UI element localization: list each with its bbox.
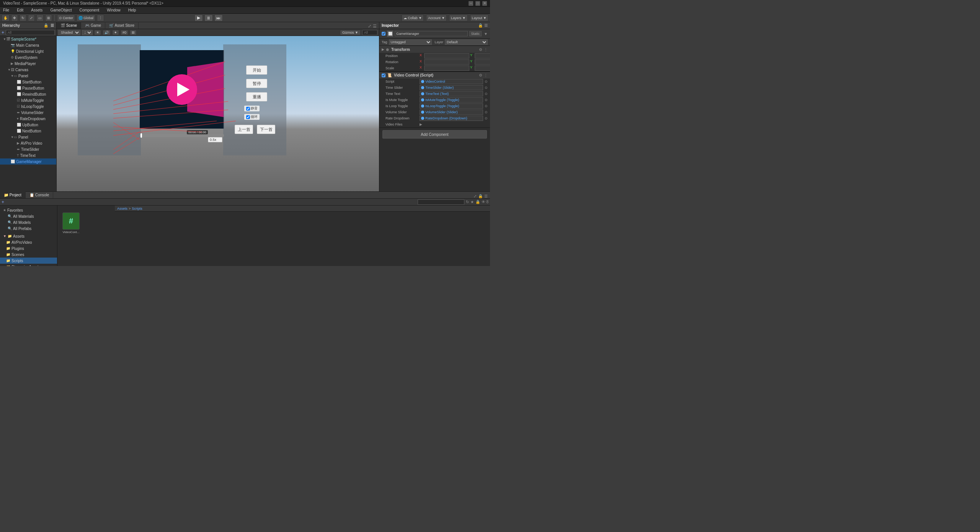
- ismutetoggle-ref[interactable]: IsMuteToggle (Toggle): [420, 97, 483, 103]
- proj-plugins-folder[interactable]: 📁 Plugins: [0, 245, 57, 251]
- hier-item-mediaplayer[interactable]: ▶MediaPlayer: [0, 60, 56, 67]
- pause-button[interactable]: ⏸: [204, 15, 213, 21]
- maximize-button[interactable]: □: [475, 1, 480, 6]
- hier-item-startbutton[interactable]: ⬜StartButton: [0, 79, 56, 85]
- tab-scene[interactable]: 🎬 Scene: [57, 22, 81, 29]
- volumeslider-ref[interactable]: VolumeSlider (Slider): [420, 109, 483, 115]
- hier-item-nextbutton[interactable]: ⬜NextButton: [0, 128, 56, 134]
- mode-dropdown[interactable]: 2D: [82, 30, 93, 35]
- snap-button[interactable]: ⋮: [97, 15, 104, 21]
- tag-select[interactable]: Untagged: [389, 39, 432, 45]
- hierarchy-add-button[interactable]: +: [2, 30, 4, 35]
- hier-item-maincamera[interactable]: 📷Main Camera: [0, 42, 56, 48]
- islooptoggle-ref[interactable]: IsLoopToggle (Toggle): [420, 103, 483, 109]
- hier-item-volumeslider[interactable]: ⬌VolumeSlider: [0, 109, 56, 116]
- hierarchy-lock-icon[interactable]: 🔒: [44, 23, 48, 28]
- position-y[interactable]: 452.2871: [475, 53, 490, 59]
- hier-item-rewindbutton[interactable]: ⬜RewindButton: [0, 91, 56, 97]
- ratedropdown-select-icon[interactable]: ⊙: [485, 116, 488, 120]
- account-button[interactable]: Account ▼: [426, 15, 447, 21]
- position-x[interactable]: 885.6707: [424, 53, 469, 59]
- gameobject-active-checkbox[interactable]: [382, 32, 385, 36]
- inspector-lock-icon[interactable]: 🔒: [478, 23, 483, 28]
- rect-tool[interactable]: ▭: [36, 15, 44, 21]
- asset-videocontrol-script[interactable]: # VideoCont...: [60, 212, 82, 234]
- scene-more-icon[interactable]: ☰: [373, 24, 377, 29]
- hier-item-samplescene[interactable]: ▼ 🎬 SampleScene*: [0, 36, 56, 42]
- scene-fx-btn[interactable]: ✦: [112, 30, 119, 35]
- static-dropdown[interactable]: ▼: [484, 32, 488, 36]
- hier-item-upbutton[interactable]: ⬜UpButton: [0, 122, 56, 128]
- tab-console[interactable]: 📋 Console: [26, 191, 53, 198]
- center-button[interactable]: ⊙ Center: [57, 15, 75, 21]
- hier-item-timeslider[interactable]: ⬌TimeSlider: [0, 146, 56, 152]
- timeslider-ref[interactable]: TimeSlider (Slider): [420, 85, 483, 90]
- bottom-menu-icon[interactable]: ☰: [484, 194, 488, 198]
- rotation-y[interactable]: 0: [475, 59, 490, 65]
- project-add-button[interactable]: +: [2, 199, 4, 205]
- script-ref[interactable]: VideoControl: [420, 79, 483, 84]
- close-button[interactable]: ✕: [482, 1, 487, 6]
- tab-assetstore[interactable]: 🛒 Asset Store: [105, 22, 139, 29]
- project-refresh-icon[interactable]: ↻: [466, 200, 469, 204]
- hier-item-ratedropdown[interactable]: ▾RateDropdown: [0, 116, 56, 122]
- breadcrumb-assets[interactable]: Assets: [117, 207, 127, 211]
- layer-select[interactable]: Default: [445, 39, 488, 45]
- menu-component[interactable]: Component: [78, 8, 101, 13]
- transform-settings-icon[interactable]: ⚙: [479, 47, 482, 52]
- project-search[interactable]: [418, 199, 464, 205]
- loop-checkbox[interactable]: [246, 115, 250, 119]
- hier-item-directionallight[interactable]: 💡Directional Light: [0, 48, 56, 54]
- hier-item-eventsystem[interactable]: ⚙EventSystem: [0, 54, 56, 60]
- proj-favorites[interactable]: ★ Favorites: [0, 207, 57, 213]
- proj-streaming-folder[interactable]: 📁 StreamingAssets: [0, 264, 57, 266]
- menu-edit[interactable]: Edit: [15, 8, 25, 13]
- breadcrumb-scripts[interactable]: Scripts: [132, 207, 142, 211]
- proj-scripts-folder[interactable]: 📁 Scripts: [0, 258, 57, 264]
- hier-item-ismutetoggle[interactable]: ☑IsMuteToggle: [0, 97, 56, 103]
- scene-expand-icon[interactable]: ⤢: [368, 24, 371, 29]
- hierarchy-search[interactable]: [6, 30, 55, 35]
- prev-button-cn[interactable]: 上一首: [235, 125, 253, 134]
- hand-tool[interactable]: ✋: [2, 15, 10, 21]
- scene-light-btn[interactable]: ☀: [94, 30, 101, 35]
- scene-0-btn[interactable]: #0: [121, 30, 128, 35]
- proj-scenes-folder[interactable]: 📁 Scenes: [0, 251, 57, 258]
- rotate-tool[interactable]: ↻: [20, 15, 26, 21]
- hierarchy-menu-icon[interactable]: ☰: [51, 23, 54, 28]
- volumeslider-select-icon[interactable]: ⊙: [485, 110, 488, 114]
- scene-audio-btn[interactable]: 🔊: [103, 30, 111, 35]
- hier-item-timetext[interactable]: TTimeText: [0, 152, 56, 158]
- menu-gameobject[interactable]: GameObject: [49, 8, 73, 13]
- ratedropdown-ref[interactable]: RateDropdown (Dropdown): [420, 116, 483, 121]
- project-star-icon[interactable]: ★: [470, 200, 474, 204]
- scene-search[interactable]: [362, 30, 377, 35]
- script-select-icon[interactable]: ⊙: [485, 80, 488, 83]
- menu-help[interactable]: Help: [127, 8, 138, 13]
- gameobject-name-field[interactable]: [395, 31, 468, 36]
- inspector-menu-icon[interactable]: ☰: [484, 23, 488, 28]
- scene-grid-btn[interactable]: ⊞: [130, 30, 137, 35]
- global-button[interactable]: 🌐 Global: [77, 15, 95, 21]
- scale-y[interactable]: 1: [475, 65, 490, 71]
- timetext-select-icon[interactable]: ⊙: [485, 92, 488, 96]
- transform-more-icon[interactable]: ⋮: [484, 47, 488, 52]
- proj-all-materials[interactable]: 🔍 All Materials: [0, 213, 57, 219]
- scale-tool[interactable]: ⤢: [28, 15, 35, 21]
- project-lock2-icon[interactable]: 🔒: [475, 200, 480, 204]
- rewind-button-cn[interactable]: 重播: [246, 92, 267, 101]
- videocontrol-settings-icon[interactable]: ⚙: [479, 73, 482, 77]
- timeslider-select-icon[interactable]: ⊙: [485, 86, 488, 90]
- minimize-button[interactable]: ─: [469, 1, 473, 6]
- bottom-lock-icon[interactable]: 🔒: [478, 194, 483, 198]
- hier-item-panel1[interactable]: ▼ ▭Panel: [0, 73, 56, 79]
- hier-item-canvas[interactable]: ▼ 🖼Canvas: [0, 67, 56, 73]
- scene-view[interactable]: 00:00 / 00:00 0.5x 开始 暂停 重播 静音 循环: [57, 36, 379, 191]
- transform-header[interactable]: ▶ ⊕ Transform ⚙ ⋮: [379, 46, 490, 53]
- time-slider[interactable]: [140, 134, 224, 137]
- transform-tool[interactable]: ⊞: [45, 15, 52, 21]
- pause-button-cn[interactable]: 暂停: [246, 79, 267, 88]
- timetext-ref[interactable]: TimeText (Text): [420, 91, 483, 96]
- add-component-button[interactable]: Add Component: [382, 130, 487, 139]
- videofiles-arrow[interactable]: ▶: [420, 122, 422, 126]
